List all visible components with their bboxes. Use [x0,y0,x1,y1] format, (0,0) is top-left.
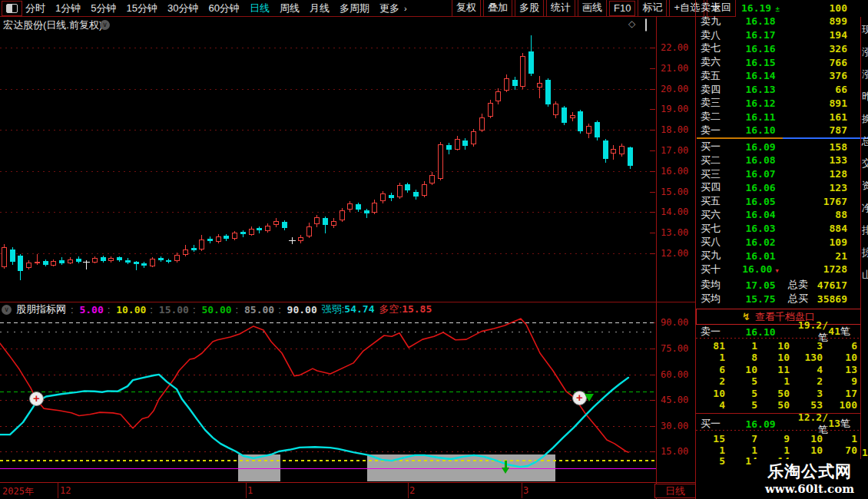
tab-period-更多[interactable]: 更多 [379,2,399,15]
indicator-axis-label: 75.00 [661,343,688,354]
candle-body [479,117,485,131]
order-detail-cell: 10 [696,388,725,399]
candle-body [628,147,633,166]
action-button-统计[interactable]: 统计 [546,0,575,17]
tab-period-分时[interactable]: 分时 [25,2,45,15]
buy-level-row[interactable]: 买五16.051767 [696,194,861,208]
candle-body [232,233,237,239]
action-button-叠加[interactable]: 叠加 [483,0,512,17]
buy-signal-marker: + [29,392,44,406]
duokong-label: 多空: [379,303,403,315]
sell-level-row[interactable]: 卖三16.12891 [696,96,861,110]
watermark-title: 乐淘公式网 [751,461,868,482]
time-axis: 2025年12123 [0,482,696,499]
order-detail-row: 25129 [696,375,857,387]
candle-body [183,250,188,255]
candle-body [174,255,180,262]
action-button-画线[interactable]: 画线 [578,0,607,17]
order-detail-cell: 10 [790,433,823,444]
order-detail-cell: 5 [725,399,757,411]
edge-tab-char: 现 [862,23,868,37]
sell-level-row[interactable]: 卖一16.10787 [696,124,861,137]
buy-level-price: 16.07 [733,168,788,180]
action-button-标记[interactable]: 标记 [638,0,667,17]
sell-level-row[interactable]: 卖八16.17194 [696,28,861,42]
sell-avg-label: 卖均 [696,278,733,292]
buy-level-row[interactable]: 买三16.07128 [696,167,861,181]
order-detail-cell: 10 [757,352,790,363]
tab-period-30分钟[interactable]: 30分钟 [167,2,198,15]
buy-level-row[interactable]: 买十16.00 ▼1728 [696,263,861,276]
edge-tab-char: 总 [862,134,868,148]
candle-body [528,51,534,74]
sell-level-row[interactable]: 卖四16.1366 [696,83,861,97]
candle-body [216,236,221,242]
buy-level-price: 16.04 [733,209,788,220]
buy-one-summary: 买一 16.09 12.2/笔 13笔 [696,417,861,431]
candle-body [562,107,567,123]
indicator-chart[interactable]: ++ [0,316,656,482]
tab-period-多周期[interactable]: 多周期 [340,2,369,15]
chart-header: 宏达股份(日线.前复权) ∨ ◇ [0,17,656,31]
main-candle-chart[interactable] [0,31,656,301]
buy-level-row[interactable]: 买一16.09158 [696,140,861,154]
buy-level-row[interactable]: 买六16.0488 [696,208,861,222]
axis-tick [650,212,655,213]
order-detail-cell: 50 [757,399,790,411]
period-tabs: 分时1分钟5分钟15分钟30分钟60分钟日线周线月线多周期更多› [25,0,407,16]
window-layout-icon[interactable] [2,1,22,16]
edge-tab-char: 换 [862,112,868,126]
tab-period-1分钟[interactable]: 1分钟 [55,2,81,15]
order-detail-cell: 5 [696,455,725,467]
indicator-axis: 90.0075.0060.0045.0030.0015.00 [650,316,696,482]
buy-level-row[interactable]: 买四16.06123 [696,180,861,194]
buy-level-row[interactable]: 买七16.03884 [696,222,861,236]
buy-level-volume: 128 [788,168,861,180]
indicator-header: ∨ 股朋指标网 : 5.00: 10.00: 15.00: 50.00: 85.… [2,303,432,316]
axis-tick [650,89,655,90]
tab-period-日线[interactable]: 日线 [250,2,270,15]
sell-level-volume: 326 [788,43,861,55]
sell-level-volume: 899 [788,15,861,27]
axis-tick [650,171,655,172]
split-window-icon[interactable] [645,19,647,31]
action-button-复权[interactable]: 复权 [452,0,481,17]
order-detail-cell: 5 [725,388,757,399]
chevron-down-icon[interactable]: ∨ [2,305,12,315]
buy-level-row[interactable]: 买二16.08133 [696,154,861,167]
sell-level-row[interactable]: 卖五16.14376 [696,69,861,83]
expand-levels-icon[interactable]: ± [771,5,780,13]
sell-level-row[interactable]: 卖十16.19 ±100 [696,1,861,15]
chevron-down-icon[interactable]: ∨ [100,20,110,30]
action-button-多股[interactable]: 多股 [515,0,544,17]
sell-level-row[interactable]: 卖七16.16326 [696,41,861,55]
edge-tab-char: 昨 [862,90,868,104]
sell-avg-value: 17.05 [733,279,788,291]
tab-period-5分钟[interactable]: 5分钟 [91,2,116,15]
buy-level-label: 买七 [696,222,733,236]
sell-level-row[interactable]: 卖六16.15766 [696,55,861,69]
total-sell-label: 总卖 [788,278,808,292]
candle-body [249,229,254,235]
tab-period-月线[interactable]: 月线 [310,2,330,15]
edge-tab-strip[interactable]: 现涨涨昨换总交资净排掠山1 [862,23,868,453]
sell-level-row[interactable]: 卖二16.11161 [696,110,861,124]
buy-level-row[interactable]: 买八16.02109 [696,235,861,249]
tab-period-60分钟[interactable]: 60分钟 [208,2,239,15]
sell-level-row[interactable]: 卖九16.18899 [696,15,861,28]
thousand-level-button[interactable]: ↯ 查看千档盘口 [696,309,861,325]
tab-period-周线[interactable]: 周线 [280,2,300,15]
order-detail-row: 61011413 [696,364,857,375]
total-buy-value: 35869 [808,293,861,305]
candle-body [586,126,591,134]
period-box-label[interactable]: 日线 [654,484,696,498]
candle-body [298,237,303,241]
tab-period-15分钟[interactable]: 15分钟 [126,2,157,15]
buy-level-row[interactable]: 买九16.0121 [696,249,861,263]
sell-level-label: 卖十 [696,1,733,15]
action-button-F10[interactable]: F10 [609,1,635,16]
candle-body [150,259,155,266]
more-chevron-icon[interactable]: › [404,4,407,13]
sell-level-volume: 194 [788,29,861,41]
diamond-icon[interactable]: ◇ [628,18,635,29]
